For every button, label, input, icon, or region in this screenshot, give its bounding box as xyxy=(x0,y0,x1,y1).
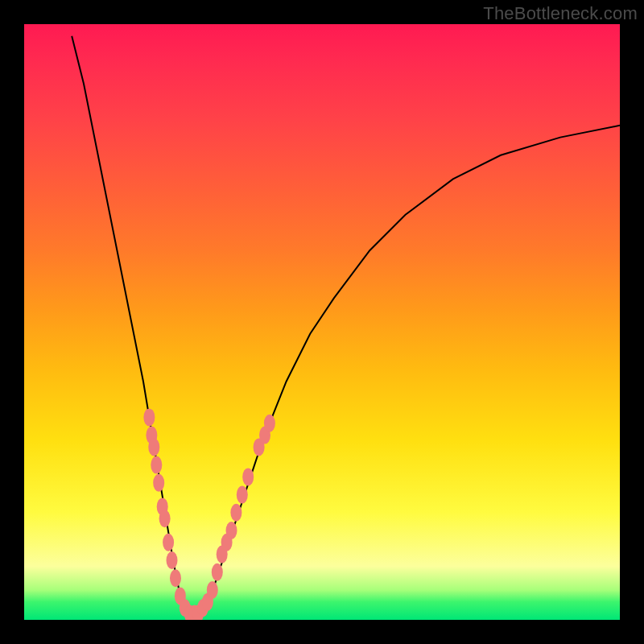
plot-area xyxy=(24,24,620,620)
bead-group xyxy=(143,408,275,620)
bead-marker xyxy=(170,569,181,587)
bead-marker xyxy=(230,504,242,522)
watermark-text: TheBottleneck.com xyxy=(483,3,638,24)
bead-marker xyxy=(167,551,178,569)
bead-marker xyxy=(242,468,254,485)
bead-marker xyxy=(151,456,162,474)
bead-marker xyxy=(143,408,155,426)
bead-marker xyxy=(237,486,248,504)
bead-marker xyxy=(163,534,174,551)
bottleneck-curve xyxy=(72,36,620,614)
bead-marker xyxy=(226,522,237,539)
bead-marker xyxy=(148,438,159,456)
bead-marker xyxy=(264,415,275,432)
bead-marker xyxy=(212,564,223,581)
bead-marker xyxy=(207,581,218,599)
bead-marker xyxy=(159,510,171,527)
curve-svg xyxy=(24,24,620,620)
bead-marker xyxy=(153,474,164,492)
outer-frame: TheBottleneck.com xyxy=(0,0,644,644)
